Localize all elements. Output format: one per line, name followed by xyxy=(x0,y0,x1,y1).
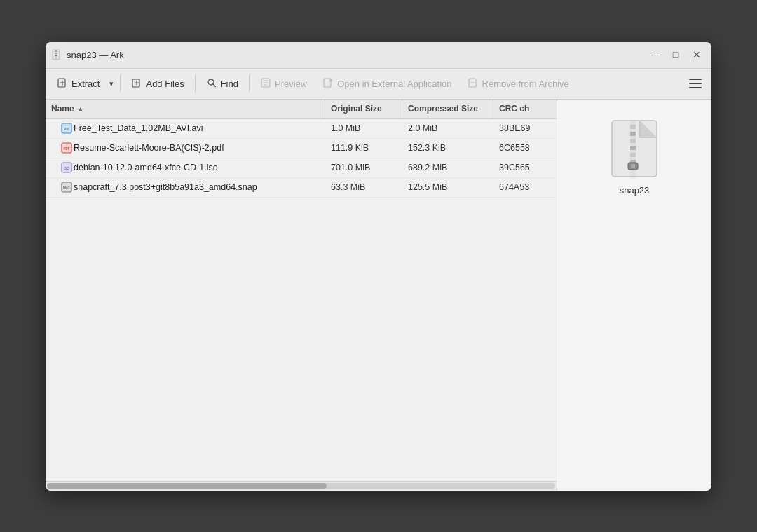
file-crc: 6C6558 xyxy=(493,143,557,153)
extract-button[interactable]: Extract xyxy=(50,71,107,95)
remove-archive-icon xyxy=(468,77,479,90)
svg-rect-32 xyxy=(631,164,635,168)
col-original-size[interactable]: Original Size xyxy=(325,100,402,118)
preview-button[interactable]: Preview xyxy=(253,71,314,95)
svg-rect-25 xyxy=(630,125,636,129)
svg-text:AVI: AVI xyxy=(64,128,69,131)
minimize-button[interactable]: ─ xyxy=(646,46,664,64)
file-type-icon: ISO xyxy=(60,162,74,173)
titlebar-left: snap23 — Ark xyxy=(51,49,124,60)
add-files-label: Add Files xyxy=(146,79,184,89)
svg-text:PDF: PDF xyxy=(64,147,70,151)
col-name[interactable]: Name ▲ xyxy=(46,100,325,118)
scrollbar-thumb[interactable] xyxy=(47,483,327,489)
table-header: Name ▲ Original Size Compressed Size CRC… xyxy=(46,100,557,119)
file-compressed-size: 2.0 MiB xyxy=(402,123,493,133)
sep2 xyxy=(195,75,196,92)
app-icon xyxy=(51,49,62,60)
file-crc: 39C565 xyxy=(493,163,557,172)
svg-point-7 xyxy=(208,79,214,85)
close-button[interactable]: ✕ xyxy=(688,46,706,64)
toolbar: Extract ▾ Add Files Fin xyxy=(46,69,711,100)
table-row[interactable]: ISO debian-10.12.0-amd64-xfce-CD-1.iso 7… xyxy=(46,158,557,178)
sort-icon: ▲ xyxy=(77,105,84,113)
file-rows[interactable]: AVI Free_Test_Data_1.02MB_AVI.avi 1.0 Mi… xyxy=(46,119,557,481)
extract-label: Extract xyxy=(71,79,100,89)
file-crc: 38BE69 xyxy=(493,123,557,133)
preview-icon xyxy=(260,77,271,90)
file-name: debian-10.12.0-amd64-xfce-CD-1.iso xyxy=(74,163,325,172)
table-row[interactable]: PKG snapcraft_7.3.post3+git8b5a91a3_amd6… xyxy=(46,178,557,198)
file-list-area: Name ▲ Original Size Compressed Size CRC… xyxy=(46,100,557,491)
file-crc: 674A53 xyxy=(493,182,557,192)
table-row[interactable]: AVI Free_Test_Data_1.02MB_AVI.avi 1.0 Mi… xyxy=(46,119,557,139)
col-crc[interactable]: CRC ch xyxy=(493,100,557,118)
extract-icon xyxy=(57,77,68,90)
file-name: Resume-Scarlett-Moore-BA(CIS)-2.pdf xyxy=(74,143,325,153)
svg-rect-26 xyxy=(630,132,636,136)
sidebar: snap23 xyxy=(557,100,711,491)
svg-rect-29 xyxy=(630,153,636,157)
file-compressed-size: 152.3 KiB xyxy=(402,143,493,153)
window-title: snap23 — Ark xyxy=(67,50,124,60)
hamburger-menu-button[interactable] xyxy=(683,71,707,95)
add-files-button[interactable]: Add Files xyxy=(124,71,191,95)
file-compressed-size: 125.5 MiB xyxy=(402,182,493,192)
svg-text:ISO: ISO xyxy=(64,167,69,170)
table-row[interactable]: PDF Resume-Scarlett-Moore-BA(CIS)-2.pdf … xyxy=(46,139,557,158)
extract-dropdown-button[interactable]: ▾ xyxy=(107,71,116,95)
col-compressed-size[interactable]: Compressed Size xyxy=(402,100,493,118)
svg-rect-28 xyxy=(630,146,636,150)
find-label: Find xyxy=(221,79,238,89)
main-window: snap23 — Ark ─ □ ✕ Extract ▾ xyxy=(46,42,711,491)
file-original-size: 63.3 MiB xyxy=(325,182,402,192)
archive-name: snap23 xyxy=(620,185,650,196)
find-icon xyxy=(206,77,217,90)
svg-rect-27 xyxy=(630,139,636,143)
open-external-label: Open in External Application xyxy=(337,79,451,89)
svg-rect-3 xyxy=(55,53,57,54)
sep1 xyxy=(120,75,121,92)
extract-group: Extract ▾ xyxy=(50,71,116,95)
scrollbar-track[interactable] xyxy=(47,483,555,489)
file-original-size: 1.0 MiB xyxy=(325,123,402,133)
file-original-size: 701.0 MiB xyxy=(325,163,402,172)
file-original-size: 111.9 KiB xyxy=(325,143,402,153)
file-type-icon: PDF xyxy=(60,142,74,154)
file-name: snapcraft_7.3.post3+git8b5a91a3_amd64.sn… xyxy=(74,182,325,192)
preview-label: Preview xyxy=(275,79,307,89)
archive-icon xyxy=(606,121,662,177)
remove-archive-label: Remove from Archive xyxy=(482,79,569,89)
horizontal-scrollbar[interactable] xyxy=(46,481,557,491)
svg-rect-4 xyxy=(55,55,57,56)
remove-archive-button[interactable]: Remove from Archive xyxy=(461,71,576,95)
svg-text:PKG: PKG xyxy=(63,186,70,190)
add-files-icon xyxy=(131,77,142,90)
find-button[interactable]: Find xyxy=(199,71,245,95)
svg-rect-2 xyxy=(55,50,57,52)
window-controls: ─ □ ✕ xyxy=(646,46,706,64)
file-type-icon: AVI xyxy=(60,123,74,134)
open-external-button[interactable]: Open in External Application xyxy=(315,71,458,95)
open-external-icon xyxy=(322,77,334,90)
file-name: Free_Test_Data_1.02MB_AVI.avi xyxy=(74,123,325,133)
sep3 xyxy=(249,75,250,92)
file-type-icon: PKG xyxy=(60,182,74,193)
main-area: Name ▲ Original Size Compressed Size CRC… xyxy=(46,100,711,491)
file-compressed-size: 689.2 MiB xyxy=(402,163,493,172)
maximize-button[interactable]: □ xyxy=(667,46,685,64)
titlebar: snap23 — Ark ─ □ ✕ xyxy=(46,42,711,69)
svg-rect-9 xyxy=(324,79,331,87)
